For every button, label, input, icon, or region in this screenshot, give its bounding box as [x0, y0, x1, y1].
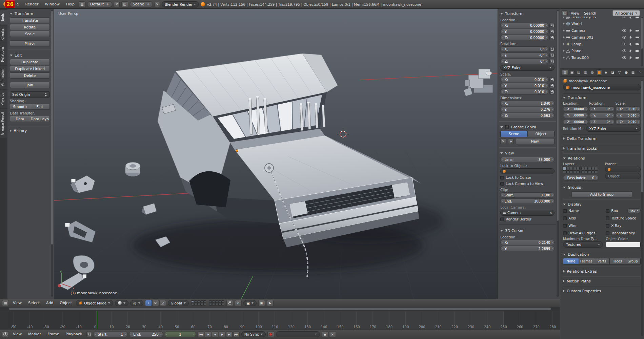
lens-field[interactable]: Lens:35.000: [500, 157, 555, 162]
visibility-eye-icon[interactable]: [622, 56, 626, 60]
lock-to-object-field[interactable]: [500, 168, 555, 174]
viewport-3d[interactable]: y x User Persp (1) moonhawk_nosecone: [54, 9, 560, 299]
timeline-marker-menu[interactable]: Marker: [26, 330, 43, 338]
display-texture-space-checkbox[interactable]: Texture Space: [606, 215, 641, 221]
panel-header-motion-paths[interactable]: Motion Paths: [563, 277, 641, 284]
layer-cell[interactable]: [570, 167, 573, 170]
selectability-arrow-icon[interactable]: [629, 56, 633, 60]
layer-cell[interactable]: [573, 170, 576, 173]
lock-icon[interactable]: [549, 89, 555, 94]
layer-cell[interactable]: [563, 167, 566, 170]
manipulator-translate-button[interactable]: +: [145, 300, 152, 306]
display-wire-checkbox[interactable]: Wire: [563, 223, 603, 228]
properties-scrollbar[interactable]: [641, 80, 643, 336]
viewport-select-menu[interactable]: Select: [26, 299, 42, 307]
duplication-none-button[interactable]: None: [563, 258, 579, 264]
viewport-editor-type-icon[interactable]: ▦: [2, 300, 9, 306]
screen-layout-selector[interactable]: Default+: [87, 1, 112, 7]
duplicate-button[interactable]: Duplicate: [10, 59, 50, 65]
tab-texture[interactable]: ▦: [630, 69, 636, 76]
panel-header-relations-extras[interactable]: Relations Extras: [563, 267, 641, 274]
layer-cell[interactable]: [203, 303, 206, 305]
outliner-scrollbar[interactable]: [641, 17, 643, 66]
object-name-field[interactable]: moonhawk_nosecone: [563, 84, 641, 90]
selectability-arrow-icon[interactable]: [629, 49, 633, 53]
panel-header-relations[interactable]: Relations: [563, 154, 641, 161]
visibility-eye-icon[interactable]: [622, 49, 626, 53]
layer-cell[interactable]: [581, 167, 584, 170]
expand-icon[interactable]: [563, 23, 565, 25]
dimension-z-field[interactable]: Z:0.563: [500, 113, 555, 118]
close-layout-button[interactable]: ×: [114, 2, 119, 7]
duplication-faces-button[interactable]: Faces: [610, 258, 625, 264]
tab-scene[interactable]: ◫: [583, 69, 588, 76]
panel-header-transform-locks[interactable]: Transform Locks: [563, 144, 641, 151]
location-y-field[interactable]: Y:.00000: [563, 113, 588, 118]
panel-header-transform[interactable]: Transform: [500, 10, 555, 17]
layer-cell[interactable]: [585, 167, 588, 170]
scale-y-field[interactable]: Y:0.010: [616, 113, 641, 118]
toolshelf-tab-animation[interactable]: Animation: [0, 66, 7, 89]
lock-icon[interactable]: [549, 47, 555, 52]
dimension-y-field[interactable]: Y:0.276: [500, 107, 555, 112]
layer-cell[interactable]: [588, 167, 591, 170]
renderability-camera-icon[interactable]: [635, 42, 639, 46]
viewport-layers-widget-2[interactable]: [209, 300, 224, 305]
scale-z-field[interactable]: Z:0.010: [500, 89, 548, 94]
tab-render-layers[interactable]: ▤: [576, 69, 582, 76]
tab-constraints[interactable]: ◆: [603, 69, 609, 76]
lock-icon[interactable]: [549, 53, 555, 58]
lock-to-scene-icon[interactable]: [226, 300, 233, 306]
lock-icon[interactable]: [549, 23, 555, 28]
lock-to-cursor-checkbox[interactable]: Lock to Cursor: [500, 175, 555, 180]
clip-end-field[interactable]: End:1000.000: [500, 198, 555, 204]
display-draw-all-edges-checkbox[interactable]: Draw All Edges: [563, 230, 603, 236]
outliner-item-plane[interactable]: Plane: [562, 47, 640, 54]
outliner-item-world[interactable]: World: [562, 20, 640, 27]
tab-particles[interactable]: ∴: [637, 69, 643, 76]
panel-header-transform[interactable]: Transform: [563, 93, 641, 101]
lock-icon[interactable]: [549, 83, 555, 88]
add-layout-icon[interactable]: +: [106, 2, 109, 6]
sync-mode-dropdown[interactable]: No Sync: [241, 331, 266, 337]
display-axis-checkbox[interactable]: Axis: [563, 215, 603, 221]
expand-icon[interactable]: [563, 17, 565, 18]
panel-header-custom-properties[interactable]: Custom Properties: [563, 287, 641, 294]
timeline-view-menu[interactable]: View: [11, 330, 24, 338]
layer-cell[interactable]: [585, 170, 588, 173]
layer-cell[interactable]: [566, 170, 569, 173]
layer-cell[interactable]: [212, 303, 215, 305]
shading-dropdown[interactable]: [115, 300, 128, 306]
lock-camera-to-view-checkbox[interactable]: Lock Camera to View: [500, 181, 555, 186]
tab-object-data[interactable]: ▽: [617, 69, 622, 76]
layer-cell[interactable]: [194, 300, 197, 303]
delete-keyframe-button[interactable]: ×: [329, 331, 336, 337]
viewport-view-menu[interactable]: View: [11, 299, 24, 307]
tab-material[interactable]: ●: [623, 69, 629, 76]
snap-magnet-icon[interactable]: ∩: [235, 300, 242, 306]
outliner-view-menu[interactable]: View: [569, 9, 581, 17]
jump-to-start-button[interactable]: |◀◀: [198, 332, 204, 337]
selectability-arrow-icon[interactable]: [629, 42, 633, 46]
rotation-x-field[interactable]: X:0°: [589, 106, 614, 112]
renderability-camera-icon[interactable]: [635, 17, 639, 19]
rotation-z-field[interactable]: Z:0°: [500, 59, 548, 64]
duplication-verts-button[interactable]: Verts: [594, 258, 610, 264]
panel-header-duplication[interactable]: Duplication: [563, 250, 641, 257]
scene-icon[interactable]: ◫: [121, 1, 128, 7]
outliner-item-torus-000[interactable]: Torus.000: [562, 54, 640, 61]
layer-cell[interactable]: [200, 300, 203, 303]
use-preview-range-icon[interactable]: [86, 332, 92, 337]
display-transparency-checkbox[interactable]: Transparency: [606, 230, 641, 236]
panel-header-edit[interactable]: Edit: [10, 52, 50, 58]
add-icon[interactable]: +: [508, 139, 514, 144]
maximum-draw-type-dropdown[interactable]: Textured: [563, 241, 603, 248]
layer-cell[interactable]: [212, 300, 215, 303]
screen-layout-icon[interactable]: ▦: [79, 1, 85, 7]
render-engine-dropdown[interactable]: Blender Render: [162, 1, 199, 7]
viewport-add-menu[interactable]: Add: [44, 299, 56, 307]
add-to-group-button[interactable]: Add to Group: [571, 191, 632, 197]
outliner-item-lamp[interactable]: Lamp: [562, 41, 640, 47]
duplication-group-button[interactable]: Group: [625, 258, 640, 264]
current-frame-field[interactable]: 1: [165, 331, 196, 337]
